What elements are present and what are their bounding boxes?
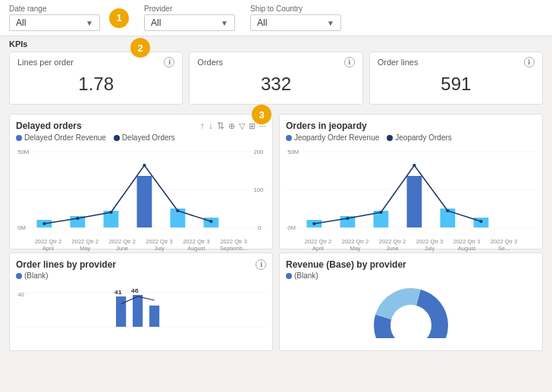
delayed-revenue-legend: Delayed Order Revenue [16,133,106,142]
kpi-value-lines-per-order: 1.78 [17,71,174,98]
sort-asc-icon[interactable]: ↑ [200,121,205,131]
badge-3: 3 [252,105,271,124]
svg-rect-40 [116,296,126,327]
order-lines-legend-label: (Blank) [24,271,49,280]
kpi-info-icon-2[interactable]: ℹ [524,57,535,67]
ship-to-country-value: All [257,17,322,28]
revenue-donut-chart [286,281,536,338]
svg-point-31 [312,222,315,225]
svg-text:50M: 50M [287,149,299,155]
delayed-orders-panel: Delayed orders ↑ ↓ ⇅ ⊕ ▽ ⊞ ··· Delayed O… [9,114,273,249]
badge-2: 2 [130,38,150,58]
jeopardy-orders-legend: Jeopardy Orders [387,133,451,142]
date-range-value: All [16,17,81,28]
kpi-title-lines-per-order: Lines per order [17,58,74,67]
svg-rect-41 [133,295,143,327]
sort-both-icon[interactable]: ⇅ [217,121,224,131]
kpi-value-order-lines: 591 [378,71,535,98]
svg-point-19 [209,220,212,223]
revenue-provider-title: Revenue (Base) by provider [286,259,406,270]
date-range-filter: Date range All ▼ [9,5,100,31]
svg-text:41: 41 [114,288,122,296]
svg-point-16 [109,211,112,214]
svg-point-35 [446,209,449,212]
delayed-revenue-legend-label: Delayed Order Revenue [24,133,106,142]
svg-point-15 [76,217,79,220]
order-lines-provider-panel: Order lines by provider ℹ (Blank) 40 41 … [9,252,273,351]
svg-text:46: 46 [131,287,139,294]
svg-text:50M: 50M [17,149,29,155]
ship-to-country-chevron: ▼ [327,19,334,27]
svg-text:0M: 0M [17,224,26,231]
kpi-value-orders: 332 [197,71,354,98]
order-lines-chart: 40 41 46 [16,281,266,342]
badge-1: 1 [109,8,129,28]
delayed-orders-title: Delayed orders [16,121,82,131]
svg-text:0: 0 [258,224,261,231]
sort-desc-icon[interactable]: ↓ [209,121,213,131]
kpi-card-order-lines: Order lines ℹ 591 [369,52,543,105]
jeopardy-revenue-legend: Jeopardy Order Revenue [286,133,379,142]
jeopardy-orders-svg: 50M 0M [286,144,536,235]
svg-text:100: 100 [254,187,264,193]
ship-to-country-label: Ship to Country [250,5,341,13]
svg-point-14 [42,222,45,225]
svg-point-17 [143,164,146,167]
date-range-select[interactable]: All ▼ [9,14,100,31]
delayed-orders-legend-label: Delayed Orders [122,133,175,142]
svg-rect-42 [149,306,159,327]
provider-filter: Provider All ▼ [144,5,235,31]
svg-rect-28 [407,176,422,227]
jeopardy-orders-chart: 50M 0M 2022 Qtr 2April 2022 Qtr 2May [286,144,536,243]
svg-rect-11 [137,176,152,227]
jeopardy-orders-legend-label: Jeopardy Orders [395,133,451,142]
jeopardy-revenue-legend-label: Jeopardy Order Revenue [294,133,379,142]
delayed-orders-chart: 50M 0M 200 100 0 [16,144,266,243]
delayed-orders-svg: 50M 0M 200 100 0 [16,144,266,235]
order-lines-provider-title: Order lines by provider [16,259,116,270]
kpi-info-icon-0[interactable]: ℹ [164,57,174,67]
jeopardy-orders-title: Orders in jeopardy [286,121,367,131]
kpi-card-orders: Orders ℹ 332 [189,52,362,105]
hierarchy-icon[interactable]: ⊕ [228,121,235,131]
kpi-card-lines-per-order: Lines per order ℹ 1.78 [9,52,183,105]
order-lines-info-icon[interactable]: ℹ [256,259,266,270]
svg-point-18 [176,209,179,212]
ship-to-country-select[interactable]: All ▼ [250,14,341,31]
provider-value: All [151,17,216,28]
jeopardy-orders-panel: Orders in jeopardy Jeopardy Order Revenu… [279,114,543,249]
svg-text:0M: 0M [287,224,296,231]
svg-text:40: 40 [17,291,24,298]
svg-point-34 [412,164,416,167]
revenue-provider-panel: Revenue (Base) by provider (Blank) [279,252,543,351]
kpi-title-order-lines: Order lines [378,58,419,67]
svg-text:200: 200 [254,149,264,155]
svg-point-36 [479,220,482,223]
kpi-info-icon-1[interactable]: ℹ [344,57,355,67]
kpi-title-orders: Orders [197,58,223,67]
provider-chevron: ▼ [221,19,228,27]
svg-point-32 [346,217,349,220]
ship-to-country-filter: Ship to Country All ▼ [250,5,341,31]
svg-point-33 [379,211,382,214]
delayed-orders-legend: Delayed Orders [114,133,175,142]
date-range-label: Date range [9,5,100,13]
expand-icon[interactable]: ⊞ [249,121,256,131]
revenue-legend-label: (Blank) [294,271,318,280]
date-range-chevron: ▼ [86,19,93,27]
provider-select[interactable]: All ▼ [144,14,235,31]
provider-label: Provider [144,5,235,13]
kpi-section-label: KPIs [9,39,543,49]
filter-icon[interactable]: ▽ [239,121,245,131]
